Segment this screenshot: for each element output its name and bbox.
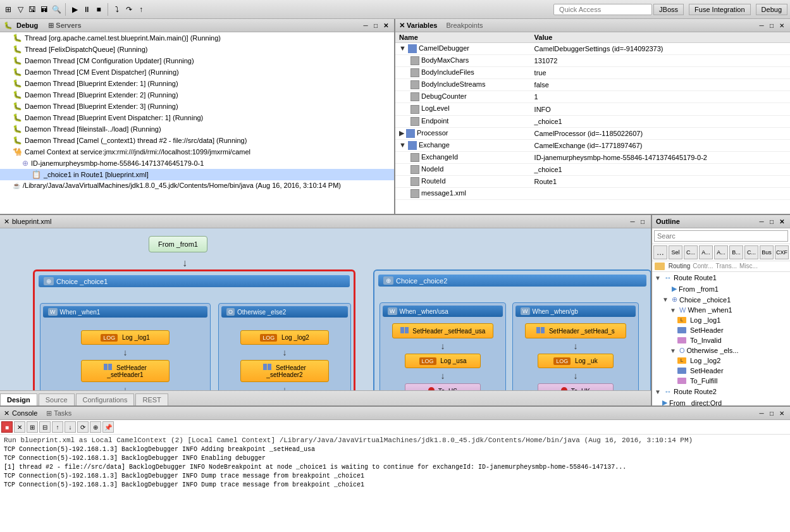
choice1-box[interactable]: ⊕ Choice _choice1 W When _when1 LO bbox=[33, 269, 355, 390]
expand-otherwise[interactable]: ▼ bbox=[670, 347, 677, 354]
outline-search-input[interactable] bbox=[654, 230, 788, 242]
from1-outline-item[interactable]: ▶ From _from1 bbox=[652, 283, 790, 294]
table-row[interactable]: ExchangeId ID-janemurpheysmbp-home-55846… bbox=[395, 151, 790, 163]
setheader-usa-node[interactable]: SetHeader _setHead_usa bbox=[392, 323, 493, 338]
table-row[interactable]: LogLevel INFO bbox=[395, 103, 790, 115]
camel-context-item[interactable]: 🐪 Camel Context at service:jmx:rmi:///jn… bbox=[0, 146, 394, 158]
to-fulfill-outline-item[interactable]: To_Fulfill bbox=[652, 376, 790, 386]
bp-item[interactable]: 📋 _choice1 in Route1 [blueprint.xml] bbox=[0, 169, 394, 180]
setheader2-outline-item[interactable]: SetHeader bbox=[652, 366, 790, 376]
stop-icon[interactable]: ■ bbox=[93, 4, 104, 15]
setheader2-node[interactable]: SetHeader _setHeader2 bbox=[240, 360, 329, 382]
list-item[interactable]: 🐛 Daemon Thread [Blueprint Event Dispatc… bbox=[0, 112, 394, 123]
outline-btn-bus[interactable]: Bus bbox=[760, 245, 774, 259]
minimize-vars[interactable]: ─ bbox=[757, 21, 766, 30]
variables-tab[interactable]: ✕ Variables bbox=[399, 22, 437, 30]
stop-console-btn[interactable]: ■ bbox=[1, 421, 13, 433]
list-item[interactable]: 🐛 Daemon Thread [Blueprint Extender: 2] … bbox=[0, 89, 394, 101]
route2-item[interactable]: ▼ ↔ Route Route2 bbox=[652, 386, 790, 397]
expand-choice1[interactable]: ▼ bbox=[662, 296, 670, 303]
console-btn-4[interactable]: ⊟ bbox=[39, 421, 51, 433]
when1-outline-item[interactable]: ▼ W When _when1 bbox=[652, 305, 790, 315]
outline-btn-c2[interactable]: C... bbox=[744, 245, 758, 259]
java-item[interactable]: ☕ /Library/Java/JavaVirtualMachines/jdk1… bbox=[0, 180, 394, 190]
close-outline[interactable]: ✕ bbox=[777, 217, 786, 226]
jboss-btn[interactable]: JBoss bbox=[653, 4, 684, 15]
toolbar-icon-4[interactable]: 🖬 bbox=[39, 4, 50, 15]
outline-btn-c[interactable]: C... bbox=[684, 245, 698, 259]
step-over-icon[interactable]: ↷ bbox=[123, 4, 135, 15]
to-invalid-outline-item[interactable]: To_Invalid bbox=[652, 335, 790, 345]
console-btn-7[interactable]: ⟳ bbox=[77, 421, 89, 433]
outline-btn-a1[interactable]: A... bbox=[699, 245, 713, 259]
choice2-box[interactable]: ⊕ Choice _choice2 W When _when/usa bbox=[373, 269, 651, 390]
otherwise-box[interactable]: O Otherwise _else2 LOG Log _log2 ↓ bbox=[218, 303, 351, 390]
toolbar-icon-5[interactable]: 🔍 bbox=[51, 4, 62, 15]
table-row[interactable]: ▼CamelDebugger CamelDebuggerSettings (id… bbox=[395, 43, 790, 55]
outline-btn-sel[interactable]: Sel bbox=[669, 245, 682, 259]
breakpoints-tab[interactable]: Breakpoints bbox=[446, 22, 483, 29]
expand-when1[interactable]: ▼ bbox=[670, 307, 677, 314]
blueprint-canvas[interactable]: From _from1 ↓ ⊕ Choice _choice1 W bbox=[0, 228, 651, 390]
tab-configurations[interactable]: Configurations bbox=[76, 393, 135, 405]
quick-access-input[interactable] bbox=[553, 4, 652, 15]
maximize-debug[interactable]: □ bbox=[371, 21, 380, 30]
list-item[interactable]: 🐛 Thread [org.apache.camel.test.blueprin… bbox=[0, 32, 394, 44]
outline-btn-cxf[interactable]: CXF bbox=[775, 245, 789, 259]
expand-btn[interactable]: ▼ bbox=[399, 141, 406, 149]
step-return-icon[interactable]: ↑ bbox=[135, 4, 147, 15]
expand-btn[interactable]: ▶ bbox=[399, 129, 404, 137]
outline-btn-b[interactable]: B... bbox=[729, 245, 743, 259]
otherwise-outline-item[interactable]: ▼ O Otherwise _els... bbox=[652, 345, 790, 356]
close-debug[interactable]: ✕ bbox=[381, 21, 390, 30]
table-row[interactable]: RouteId Route1 bbox=[395, 176, 790, 188]
list-item[interactable]: 🐛 Daemon Thread [Camel (_context1) threa… bbox=[0, 135, 394, 146]
log1-outline-item[interactable]: L Log _log1 bbox=[652, 315, 790, 325]
list-item[interactable]: 🐛 Daemon Thread [CM Configuration Update… bbox=[0, 55, 394, 66]
console-btn-pin[interactable]: 📌 bbox=[102, 421, 114, 433]
setheader1-outline-item[interactable]: SetHeader bbox=[652, 325, 790, 335]
minimize-blueprint[interactable]: ─ bbox=[628, 217, 637, 226]
toolbar-icon-3[interactable]: 🖫 bbox=[27, 4, 38, 15]
choice1-outline-item[interactable]: ▼ ⊕ Choice _choice1 bbox=[652, 294, 790, 305]
when1-box[interactable]: W When _when1 LOG Log _log1 ↓ bbox=[40, 303, 211, 390]
table-row[interactable]: DebugCounter 1 bbox=[395, 91, 790, 103]
console-btn-5[interactable]: ↑ bbox=[52, 421, 63, 433]
expand-route1[interactable]: ▼ bbox=[655, 275, 662, 281]
console-btn-3[interactable]: ⊞ bbox=[27, 421, 38, 433]
outline-btn-a2[interactable]: A... bbox=[714, 245, 728, 259]
console-close-icon[interactable]: ✕ bbox=[4, 409, 9, 418]
close-vars[interactable]: ✕ bbox=[777, 21, 786, 30]
to-uk-node[interactable]: To_UK bbox=[538, 383, 614, 390]
console-btn-2[interactable]: ✕ bbox=[14, 421, 25, 433]
tab-rest[interactable]: REST bbox=[135, 393, 168, 405]
minimize-debug[interactable]: ─ bbox=[361, 21, 370, 30]
close-blueprint-icon[interactable]: ✕ bbox=[4, 218, 9, 226]
list-item[interactable]: 🐛 Thread [FelixDispatchQueue] (Running) bbox=[0, 44, 394, 55]
table-row[interactable]: BodyMaxChars 131072 bbox=[395, 55, 790, 67]
list-item[interactable]: 🐛 Daemon Thread [Blueprint Extender: 3] … bbox=[0, 101, 394, 112]
log2-outline-item[interactable]: L Log _log2 bbox=[652, 356, 790, 366]
table-row[interactable]: NodeId _choice1 bbox=[395, 163, 790, 175]
table-row[interactable]: BodyIncludeStreams false bbox=[395, 79, 790, 91]
table-row[interactable]: Endpoint _choice1 bbox=[395, 115, 790, 127]
list-item[interactable]: 🐛 Daemon Thread [fileinstall-../load] (R… bbox=[0, 123, 394, 135]
maximize-blueprint[interactable]: □ bbox=[638, 217, 647, 226]
when-usa-box[interactable]: W When _when/usa SetHeader _setHead_usa bbox=[380, 302, 506, 390]
id-item[interactable]: ⊕ ID-janemurpheysmbp-home-55846-14713746… bbox=[0, 158, 394, 169]
close-console[interactable]: ✕ bbox=[777, 409, 786, 418]
list-item[interactable]: 🐛 Daemon Thread [CM Event Dispatcher] (R… bbox=[0, 66, 394, 78]
maximize-vars[interactable]: □ bbox=[767, 21, 776, 30]
table-row[interactable]: ▶Processor CamelProcessor (id=-118502260… bbox=[395, 127, 790, 139]
fuse-integration-btn[interactable]: Fuse Integration bbox=[689, 4, 751, 15]
when-gb-box[interactable]: W When _when/gb SetHeader _setHead_s bbox=[512, 302, 639, 390]
setheader-gb-node[interactable]: SetHeader _setHead_s bbox=[525, 323, 626, 338]
list-item[interactable]: 🐛 Daemon Thread [Blueprint Extender: 1] … bbox=[0, 78, 394, 89]
pause-icon[interactable]: ⏸ bbox=[81, 4, 92, 15]
log-uk-node[interactable]: LOG Log _uk bbox=[538, 354, 614, 368]
console-btn-6[interactable]: ↓ bbox=[65, 421, 76, 433]
console-btn-8[interactable]: ⊕ bbox=[90, 421, 101, 433]
tab-design[interactable]: Design bbox=[0, 393, 37, 405]
log-usa-node[interactable]: LOG Log _usa bbox=[405, 354, 481, 368]
step-icon[interactable]: ⤵ bbox=[111, 4, 123, 15]
